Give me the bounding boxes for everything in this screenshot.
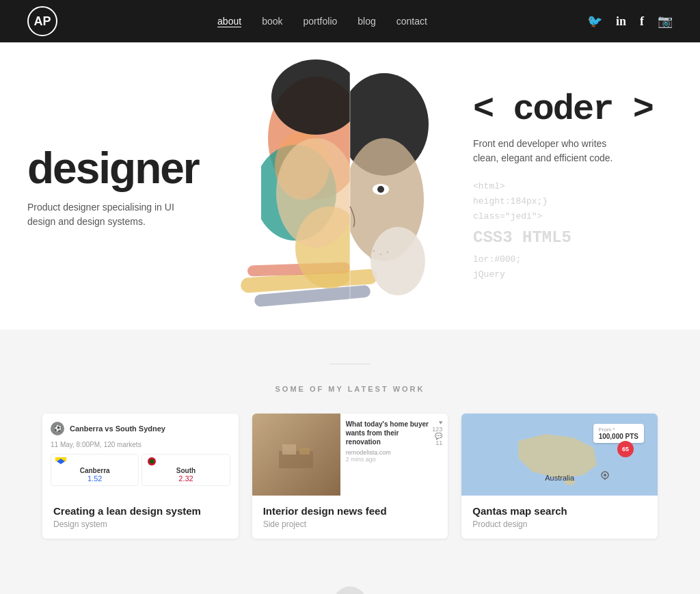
- svg-point-10: [371, 227, 425, 295]
- code-line-1: <html>: [473, 179, 673, 194]
- card1-title: Creating a lean design system: [53, 505, 228, 517]
- social-links: 🐦 in f 📷: [587, 14, 673, 29]
- twitter-link[interactable]: 🐦: [587, 14, 602, 29]
- nav-contact[interactable]: contact: [396, 16, 427, 27]
- coder-heading: < coder >: [473, 90, 673, 130]
- card2-preview: What today's home buyer wants from their…: [252, 414, 448, 496]
- navbar: AP about book portfolio blog contact 🐦 i…: [0, 0, 700, 42]
- hero-content: designer Product designer specialising i…: [0, 49, 700, 323]
- work-grid: ⚽ Canberra vs South Sydney 11 May, 8:00P…: [42, 414, 658, 539]
- instagram-icon: 📷: [658, 14, 673, 28]
- canberra-score: 1.52: [55, 474, 134, 483]
- svg-point-17: [387, 252, 388, 253]
- nav-about[interactable]: about: [217, 16, 241, 27]
- hero-person-image: [254, 56, 446, 316]
- team-canberra: Canberra 1.52: [51, 454, 139, 486]
- scroll-up-button[interactable]: ∧: [333, 586, 367, 594]
- svg-point-16: [370, 257, 371, 258]
- canberra-logo: [55, 457, 66, 465]
- svg-point-6: [271, 59, 360, 135]
- site-logo[interactable]: AP: [27, 6, 57, 36]
- south-name: South: [146, 467, 225, 474]
- nav-book[interactable]: book: [262, 16, 282, 27]
- match-date: 11 May, 8:00PM, 120 markets: [51, 441, 230, 448]
- comments-count: 11: [435, 440, 442, 446]
- card2-subtitle: Side project: [263, 519, 438, 529]
- card3-title: Qantas map search: [472, 505, 647, 517]
- svg-point-13: [377, 186, 384, 193]
- work-section-title: SOME OF MY LATEST WORK: [27, 385, 673, 393]
- room-illustration: [275, 437, 317, 472]
- svg-point-7: [276, 138, 355, 247]
- linkedin-icon: in: [616, 14, 626, 28]
- nav-blog[interactable]: blog: [358, 16, 375, 27]
- location-pin-icon: [600, 471, 610, 481]
- svg-point-20: [150, 459, 154, 463]
- svg-point-15: [380, 254, 381, 255]
- card1-body: Creating a lean design system Design sys…: [42, 496, 239, 539]
- card3-preview: From * 100,000 PTS 65 Australia: [461, 414, 658, 496]
- person-illustration: [261, 56, 439, 316]
- facebook-icon: f: [640, 14, 644, 28]
- instagram-link[interactable]: 📷: [658, 14, 673, 29]
- card2-title: Interior design news feed: [263, 505, 438, 517]
- hero-section: designer Product designer specialising i…: [0, 42, 700, 329]
- work-card-qantas[interactable]: From * 100,000 PTS 65 Australia Qantas m…: [461, 414, 658, 539]
- code-line-3: class="jedi">: [473, 209, 673, 224]
- card1-subtitle: Design system: [53, 519, 228, 529]
- likes-count: 123: [432, 426, 442, 433]
- svg-point-14: [373, 250, 375, 252]
- card2-article: What today's home buyer wants from their…: [340, 414, 448, 496]
- card3-body: Qantas map search Product design: [461, 496, 658, 539]
- scroll-up-area: ∧: [0, 573, 700, 594]
- designer-heading: designer: [27, 143, 227, 193]
- article-source: remodelista.com: [346, 449, 443, 456]
- south-logo: [146, 457, 157, 465]
- south-score: 2.32: [146, 474, 225, 483]
- code-line-5: lor:#000;: [473, 252, 673, 267]
- card2-body: Interior design news feed Side project: [252, 496, 448, 539]
- nav-menu: about book portfolio blog contact: [217, 15, 427, 27]
- svg-point-27: [604, 474, 606, 476]
- svg-rect-23: [299, 448, 310, 455]
- facebook-link[interactable]: f: [640, 14, 644, 29]
- article-time: 2 mins ago: [346, 456, 443, 463]
- points-label: 100,000 PTS: [599, 433, 638, 440]
- designer-description: Product designer specialising in UI desi…: [27, 200, 178, 229]
- team-south: South 2.32: [142, 454, 230, 486]
- code-line-2: height:184px;}: [473, 194, 673, 209]
- qantas-badge: 65: [617, 441, 634, 457]
- map-location-label: Australia: [545, 474, 574, 482]
- card3-subtitle: Product design: [472, 519, 647, 529]
- hero-left: designer Product designer specialising i…: [0, 102, 254, 270]
- card1-header: ⚽ Canberra vs South Sydney: [51, 422, 230, 435]
- work-section: SOME OF MY LATEST WORK ⚽ Canberra vs Sou…: [0, 329, 700, 573]
- card1-preview: ⚽ Canberra vs South Sydney 11 May, 8:00P…: [42, 414, 239, 496]
- svg-rect-22: [282, 444, 296, 455]
- article-headline: What today's home buyer wants from their…: [346, 420, 433, 446]
- code-line-6: jQuery: [473, 267, 673, 282]
- tech-labels: CSS3 HTML5: [473, 224, 673, 252]
- coder-description: Front end developer who writes clean, el…: [473, 137, 623, 165]
- sports-icon: ⚽: [51, 422, 64, 435]
- match-title: Canberra vs South Sydney: [70, 424, 165, 433]
- work-card-design-system[interactable]: ⚽ Canberra vs South Sydney 11 May, 8:00P…: [42, 414, 239, 539]
- nav-portfolio[interactable]: portfolio: [303, 16, 337, 27]
- twitter-icon: 🐦: [587, 14, 602, 28]
- interior-image: [252, 414, 340, 496]
- linkedin-link[interactable]: in: [616, 14, 626, 29]
- qantas-popup: From * 100,000 PTS: [593, 424, 644, 443]
- section-divider: [329, 364, 371, 364]
- work-card-interior[interactable]: What today's home buyer wants from their…: [252, 414, 448, 539]
- logo-text: AP: [33, 14, 51, 29]
- teams-row: Canberra 1.52 South 2.32: [51, 454, 230, 486]
- code-snippet: <html> height:184px;} class="jedi"> CSS3…: [473, 179, 673, 282]
- hero-right: < coder > Front end developer who writes…: [446, 49, 700, 323]
- canberra-name: Canberra: [55, 467, 134, 474]
- card2-actions: What today's home buyer wants from their…: [346, 419, 443, 446]
